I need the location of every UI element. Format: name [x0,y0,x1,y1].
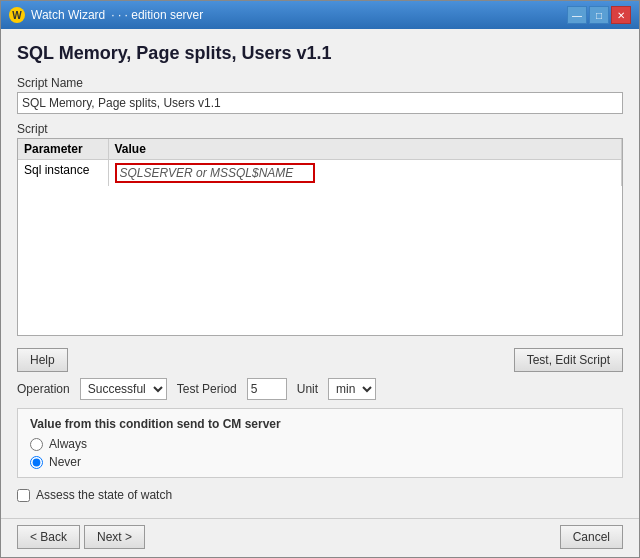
operation-select[interactable]: Successful Failed Any [80,378,167,400]
never-label: Never [49,455,81,469]
unit-select[interactable]: min sec hr [328,378,376,400]
never-radio[interactable] [30,456,43,469]
table-header-row: Parameter Value [18,139,622,160]
title-bar-left: W Watch Wizard · · · edition server [9,7,203,23]
value-cell [108,160,622,187]
value-section: Value from this condition send to CM ser… [17,408,623,478]
script-table: Parameter Value Sql instance [18,139,622,186]
window-controls: — □ ✕ [567,6,631,24]
next-button[interactable]: Next > [84,525,145,549]
page-title: SQL Memory, Page splits, Users v1.1 [17,43,623,64]
help-row: Help Test, Edit Script [17,348,623,372]
cancel-button[interactable]: Cancel [560,525,623,549]
window-subtitle: · · · edition server [111,8,203,22]
footer-separator [1,518,639,519]
window-title: Watch Wizard [31,8,105,22]
close-button[interactable]: ✕ [611,6,631,24]
col-value: Value [108,139,622,160]
table-row: Sql instance [18,160,622,187]
test-period-label: Test Period [177,382,237,396]
main-content: SQL Memory, Page splits, Users v1.1 Scri… [1,29,639,516]
value-section-title: Value from this condition send to CM ser… [30,417,610,431]
back-button[interactable]: < Back [17,525,80,549]
help-button[interactable]: Help [17,348,68,372]
assess-row: Assess the state of watch [17,488,623,502]
script-name-input[interactable] [17,92,623,114]
app-icon: W [9,7,25,23]
always-label: Always [49,437,87,451]
main-window: W Watch Wizard · · · edition server — □ … [0,0,640,558]
footer-left: < Back Next > [17,525,145,549]
title-bar: W Watch Wizard · · · edition server — □ … [1,1,639,29]
footer-right: Cancel [560,525,623,549]
assess-checkbox[interactable] [17,489,30,502]
always-radio-item[interactable]: Always [30,437,610,451]
script-name-label: Script Name [17,76,623,90]
script-section: Script Parameter Value Sql instance [17,122,623,336]
sql-instance-input[interactable] [115,163,315,183]
radio-group: Always Never [30,437,610,469]
maximize-button[interactable]: □ [589,6,609,24]
test-edit-button[interactable]: Test, Edit Script [514,348,623,372]
col-parameter: Parameter [18,139,108,160]
script-table-container: Parameter Value Sql instance [17,138,623,336]
param-cell: Sql instance [18,160,108,187]
app-icon-label: W [12,10,21,21]
footer-buttons: < Back Next > Cancel [1,521,639,557]
always-radio[interactable] [30,438,43,451]
minimize-button[interactable]: — [567,6,587,24]
bottom-section: Help Test, Edit Script Operation Success… [17,344,623,502]
operation-label: Operation [17,382,70,396]
unit-label: Unit [297,382,318,396]
script-name-group: Script Name [17,76,623,114]
assess-label: Assess the state of watch [36,488,172,502]
test-period-input[interactable] [247,378,287,400]
operation-select-group: Successful Failed Any [80,378,167,400]
never-radio-item[interactable]: Never [30,455,610,469]
script-label: Script [17,122,623,136]
operation-row: Operation Successful Failed Any Test Per… [17,378,623,400]
